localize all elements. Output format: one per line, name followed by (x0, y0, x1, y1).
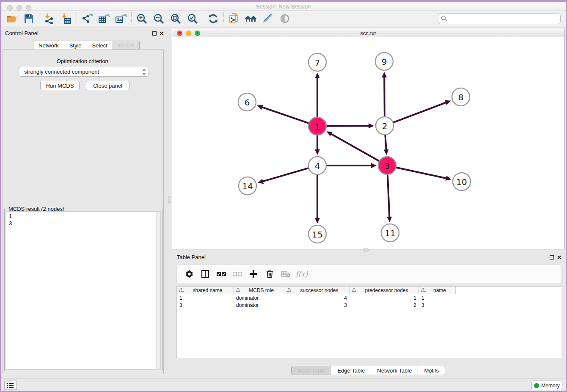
edge-arrowhead (387, 217, 392, 222)
export-network-icon[interactable] (79, 12, 96, 25)
table-cell[interactable]: 3 (419, 302, 456, 309)
edge-arrowhead (445, 100, 451, 105)
zoom-fit-icon[interactable] (167, 12, 184, 25)
column-header-shared-name[interactable]: shared name (177, 287, 234, 294)
export-image-icon[interactable] (113, 12, 129, 25)
node-label-8: 8 (458, 92, 464, 102)
edge-4-14[interactable] (263, 168, 308, 182)
unselect-all-columns-icon[interactable] (229, 266, 245, 282)
toolbar-separator (203, 12, 203, 25)
home-view-icon[interactable] (242, 12, 259, 25)
edge-1-6[interactable] (262, 107, 309, 123)
table-row[interactable]: 3dominator323 (177, 302, 456, 309)
import-table-icon[interactable] (58, 12, 75, 25)
column-header-predecessor-nodes[interactable]: predecessor nodes (350, 287, 419, 294)
table-row[interactable]: 1dominator411 (177, 295, 456, 302)
toolbar-separator (131, 12, 132, 25)
control-panel-float-button[interactable] (152, 31, 157, 36)
table-cell[interactable]: 1 (419, 295, 456, 302)
table-panel-title: Table Panel (177, 254, 206, 260)
duplicate-network-icon[interactable] (226, 12, 242, 25)
toolbar-separator (39, 12, 39, 25)
vertical-splitter-handle[interactable] (168, 196, 171, 203)
close-panel-button[interactable]: Close panel (86, 81, 129, 90)
run-mcds-button[interactable]: Run MCDS (40, 81, 80, 90)
edge-arrowhead (315, 73, 320, 78)
tab-network-table[interactable]: Network Table (371, 366, 418, 375)
table-toolbar: f(x) (176, 265, 561, 283)
network-window-titlebar[interactable]: ✕ − ＋ scc.txt (172, 29, 564, 37)
table-settings-gear-icon[interactable] (181, 266, 197, 282)
table-cell[interactable]: dominator (234, 302, 284, 309)
save-session-icon[interactable] (20, 12, 37, 25)
mcds-result-list[interactable]: 13 (6, 211, 161, 370)
open-session-icon[interactable] (3, 12, 20, 25)
tab-node-table[interactable]: Node Table (291, 366, 332, 375)
search-input[interactable] (438, 13, 561, 24)
network-canvas[interactable]: 7968124314101511 (172, 37, 564, 249)
table-cell[interactable]: 3 (177, 302, 234, 309)
control-panel-tabs: NetworkStyleSelectMCDS (33, 41, 140, 50)
create-column-plus-icon[interactable] (245, 266, 261, 282)
tab-network[interactable]: Network (33, 41, 64, 50)
edge-3-1[interactable] (331, 134, 380, 161)
tab-motifs[interactable]: Motifs (418, 366, 445, 375)
titlebar: Session: New Session (1, 2, 566, 11)
zoom-out-icon[interactable] (150, 12, 167, 25)
toolbar-separator (223, 12, 224, 25)
memory-button[interactable]: Memory (531, 381, 562, 390)
edge-3-10[interactable] (396, 167, 446, 178)
edge-2-8[interactable] (393, 102, 446, 122)
column-header-MCDS-role[interactable]: MCDS role (234, 287, 284, 294)
network-view-window: ✕ − ＋ scc.txt 7968124314101511 (172, 29, 564, 249)
delete-table-icon[interactable] (278, 266, 294, 282)
show-column-panel-icon[interactable] (197, 266, 213, 282)
select-all-columns-icon[interactable] (213, 266, 229, 282)
tab-style[interactable]: Style (64, 41, 87, 50)
node-label-6: 6 (245, 97, 250, 108)
memory-status-icon (534, 383, 539, 388)
control-panel-close-button[interactable]: ✕ (159, 31, 164, 36)
export-table-icon[interactable] (96, 12, 113, 25)
application-window: Session: New Session (0, 0, 567, 392)
list-icon (7, 383, 14, 388)
column-header-successor-nodes[interactable]: successor nodes (284, 287, 350, 294)
optimization-criterion-label: Optimization criterion: (3, 58, 164, 64)
import-network-icon[interactable] (41, 12, 58, 25)
criterion-dropdown[interactable]: strongly connected component (19, 67, 149, 77)
table-cell[interactable]: dominator (234, 295, 284, 302)
apply-layout-icon[interactable] (205, 12, 222, 25)
tab-select[interactable]: Select (87, 41, 113, 50)
edge-3-11[interactable] (388, 174, 389, 217)
zoom-in-icon[interactable] (133, 12, 150, 25)
tab-mcds[interactable]: MCDS (113, 41, 140, 50)
mcds-result-item: 3 (9, 220, 160, 227)
edge-2-9[interactable] (384, 77, 385, 117)
status-bar: Memory (1, 378, 566, 391)
edge-1-2[interactable] (326, 126, 369, 126)
style-brush-icon[interactable] (259, 12, 276, 25)
zoom-selected-icon[interactable] (184, 12, 201, 25)
visibility-icon[interactable] (276, 12, 293, 25)
node-label-14: 14 (242, 181, 253, 191)
delete-column-trash-icon[interactable] (261, 266, 278, 282)
node-label-15: 15 (312, 229, 322, 240)
function-builder-icon[interactable]: f(x) (294, 266, 310, 282)
horizontal-splitter-handle[interactable] (363, 248, 369, 251)
table-panel-float-button[interactable] (550, 255, 554, 259)
table-panel-close-button[interactable]: ✕ (557, 255, 562, 260)
edge-arrowhead (315, 149, 320, 155)
table-cell[interactable]: 1 (177, 295, 234, 302)
network-graph: 7968124314101511 (172, 37, 564, 249)
table-cell[interactable]: 4 (284, 295, 350, 302)
search-icon (441, 15, 447, 22)
result-scrollbar[interactable] (156, 212, 160, 369)
table-cell[interactable]: 1 (350, 295, 419, 302)
table-cell[interactable]: 2 (350, 302, 419, 309)
column-header-name[interactable]: name (419, 287, 456, 294)
task-history-button[interactable] (4, 381, 17, 390)
control-panel-title: Control Panel (5, 30, 39, 36)
tab-edge-table[interactable]: Edge Table (331, 366, 371, 375)
edge-2-3[interactable] (385, 135, 386, 149)
table-cell[interactable]: 3 (284, 302, 350, 309)
